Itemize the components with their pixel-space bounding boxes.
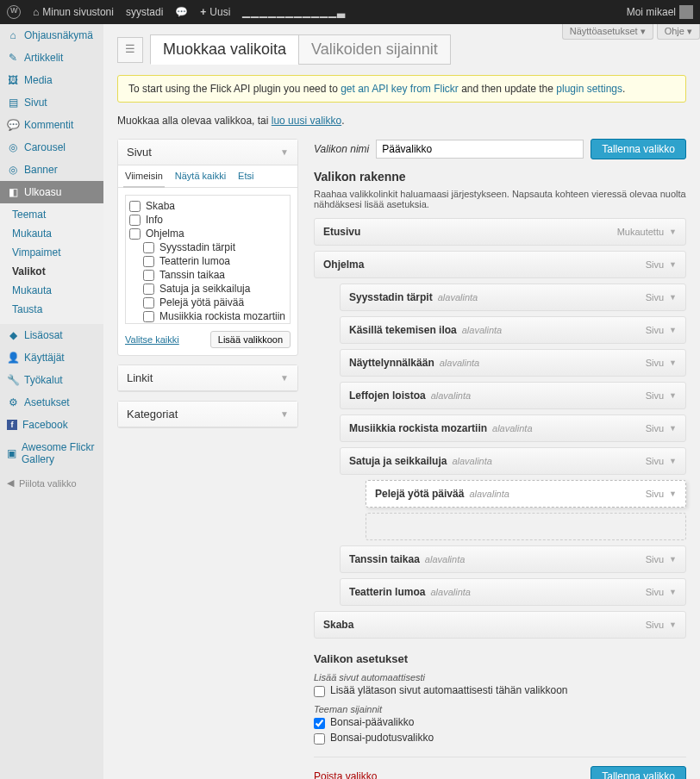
chevron-down-icon[interactable]: ▼ (669, 620, 677, 629)
menu-appearance[interactable]: ◧Ulkoasu (0, 181, 103, 203)
collapse-menu[interactable]: ◀Piilota valikko (0, 471, 103, 495)
page-checkbox[interactable] (129, 215, 141, 226)
page-checkbox[interactable] (143, 284, 154, 295)
page-checkbox[interactable] (129, 201, 141, 212)
new-content[interactable]: +Uusi (200, 6, 230, 18)
menu-posts[interactable]: ✎Artikkelit (0, 47, 103, 69)
tab-menu-locations[interactable]: Valikoiden sijainnit (298, 34, 451, 65)
page-check-item[interactable]: Syysstadin tärpit (129, 240, 286, 254)
page-check-label: Teatterin lumoa (159, 255, 230, 267)
my-account[interactable]: Moi mikael (627, 5, 693, 19)
page-checkbox[interactable] (143, 242, 154, 253)
add-to-menu-button[interactable]: Lisää valikkoon (210, 331, 291, 348)
chevron-down-icon[interactable]: ▼ (669, 457, 677, 465)
metabox-links-toggle[interactable]: Linkit▼ (118, 365, 297, 391)
chevron-down-icon[interactable]: ▼ (669, 227, 677, 236)
subtab-viewall[interactable]: Näytä kaikki (173, 165, 228, 187)
subtab-search[interactable]: Etsi (236, 165, 255, 187)
page-check-item[interactable]: Musiikkia rockista mozartiin (129, 309, 286, 323)
wp-logo[interactable] (7, 5, 21, 19)
page-checkbox[interactable] (143, 311, 154, 322)
page-check-item[interactable]: Ohjelma (129, 227, 286, 240)
page-check-item[interactable]: Skaba (129, 199, 286, 213)
plugin-settings-link[interactable]: plugin settings (556, 83, 622, 95)
menu-item-type: Sivu (646, 259, 664, 270)
stats-spark[interactable]: ▁▁▁▁▁▁▁▁▁▁▁▃ (242, 6, 346, 18)
chevron-down-icon[interactable]: ▼ (669, 424, 677, 433)
theme-name[interactable]: syystadi (126, 6, 163, 18)
menu-comments[interactable]: 💬Kommentit (0, 114, 103, 136)
comments-link[interactable]: 💬 (175, 6, 188, 18)
submenu-widgets[interactable]: Vimpaimet (0, 243, 103, 262)
tab-edit-menus[interactable]: Muokkaa valikoita (150, 34, 299, 65)
menu-settings[interactable]: ⚙Asetukset (0, 391, 103, 414)
delete-menu-link[interactable]: Poista valikko (314, 770, 377, 779)
menu-name-input[interactable] (376, 140, 584, 159)
page-check-item[interactable]: Satuja ja seikkailuja (129, 282, 286, 296)
chevron-down-icon[interactable]: ▼ (669, 326, 677, 334)
chevron-down-icon[interactable]: ▼ (669, 358, 677, 367)
menu-flickr[interactable]: ▣Awesome Flickr Gallery (0, 436, 103, 471)
comment-icon: 💬 (7, 119, 19, 131)
menu-item[interactable]: Leffojen loistoaalavalintaSivu▼ (340, 382, 686, 409)
page-check-item[interactable]: Info (129, 213, 286, 227)
page-checkbox[interactable] (143, 270, 154, 281)
chevron-down-icon[interactable]: ▼ (669, 555, 677, 564)
save-menu-button-bottom[interactable]: Tallenna valikko (591, 766, 686, 779)
metabox-pages-toggle[interactable]: Sivut▼ (118, 140, 297, 165)
help-button[interactable]: Ohje ▾ (657, 24, 700, 40)
menu-item[interactable]: Musiikkia rockista mozartiinalavalintaSi… (340, 414, 686, 442)
submenu-customize[interactable]: Mukauta (0, 224, 103, 243)
page-check-item[interactable]: Tanssin taikaa (129, 268, 286, 282)
select-all-link[interactable]: Valitse kaikki (125, 334, 179, 345)
menu-plugins[interactable]: ◆Lisäosat (0, 324, 103, 346)
submenu-customize2[interactable]: Mukauta (0, 281, 103, 300)
menu-item-sublabel: alavalinta (431, 390, 471, 401)
chevron-down-icon[interactable]: ▼ (669, 293, 677, 302)
submenu-background[interactable]: Tausta (0, 300, 103, 319)
page-checkbox[interactable] (143, 256, 154, 267)
menu-item[interactable]: Teatterin lumoaalavalintaSivu▼ (340, 578, 686, 606)
menu-item[interactable]: NäyttelynnälkäänalavalintaSivu▼ (340, 349, 686, 377)
menu-item-dragging[interactable]: Pelejä yötä päivääalavalintaSivu▼ (366, 480, 686, 508)
structure-desc: Raahaa valikkolinkit haluamaasi järjesty… (314, 189, 686, 209)
page-checkbox[interactable] (143, 297, 154, 308)
menu-item[interactable]: OhjelmaSivu▼ (314, 251, 686, 278)
new-menu-link[interactable]: luo uusi valikko (272, 115, 341, 127)
submenu-themes[interactable]: Teemat (0, 205, 103, 224)
menu-item[interactable]: Käsillä tekemisen iloaalavalintaSivu▼ (340, 316, 686, 344)
menu-item[interactable]: EtusivuMukautettu▼ (314, 218, 686, 246)
menu-facebook[interactable]: fFacebook (0, 414, 103, 436)
page-check-item[interactable]: Pelejä yötä päivää (129, 296, 286, 309)
menu-item-type: Mukautettu (617, 227, 664, 237)
facebook-icon: f (7, 420, 17, 430)
menu-item[interactable]: Satuja ja seikkailujaalavalintaSivu▼ (340, 447, 686, 475)
menu-dashboard[interactable]: ⌂Ohjausnäkymä (0, 24, 103, 47)
subtab-recent[interactable]: Viimeisin (123, 165, 165, 188)
flickr-api-link[interactable]: get an API key from Flickr (341, 83, 459, 95)
page-check-item[interactable]: Teatterin lumoa (129, 254, 286, 268)
menu-media[interactable]: 🖼Media (0, 69, 103, 91)
metabox-categories-toggle[interactable]: Kategoriat▼ (118, 402, 297, 427)
site-name[interactable]: ⌂Minun sivustoni (33, 6, 114, 18)
location-drop-checkbox[interactable] (314, 733, 325, 745)
location-main-checkbox[interactable] (314, 718, 325, 729)
chevron-down-icon[interactable]: ▼ (669, 260, 677, 269)
menu-pages[interactable]: ▤Sivut (0, 91, 103, 114)
menu-users[interactable]: 👤Käyttäjät (0, 346, 103, 369)
chevron-down-icon[interactable]: ▼ (669, 588, 677, 596)
save-menu-button-top[interactable]: Tallenna valikko (591, 139, 686, 159)
menu-banner[interactable]: ◎Banner (0, 159, 103, 181)
page-checkbox[interactable] (129, 228, 141, 240)
chevron-down-icon[interactable]: ▼ (669, 391, 677, 400)
settings-icon: ⚙ (7, 396, 19, 408)
submenu-menus[interactable]: Valikot (0, 262, 103, 281)
screen-options-button[interactable]: Näyttöasetukset ▾ (562, 24, 653, 40)
menu-item[interactable]: SkabaSivu▼ (314, 611, 686, 639)
menu-item[interactable]: Syysstadin tärpitalavalintaSivu▼ (340, 284, 686, 311)
menu-item[interactable]: Tanssin taikaaalavalintaSivu▼ (340, 545, 686, 573)
auto-add-checkbox[interactable] (314, 686, 325, 697)
menu-carousel[interactable]: ◎Carousel (0, 136, 103, 159)
menu-tools[interactable]: 🔧Työkalut (0, 369, 103, 391)
page-checklist[interactable]: SkabaInfoOhjelmaSyysstadin tärpitTeatter… (125, 195, 291, 324)
